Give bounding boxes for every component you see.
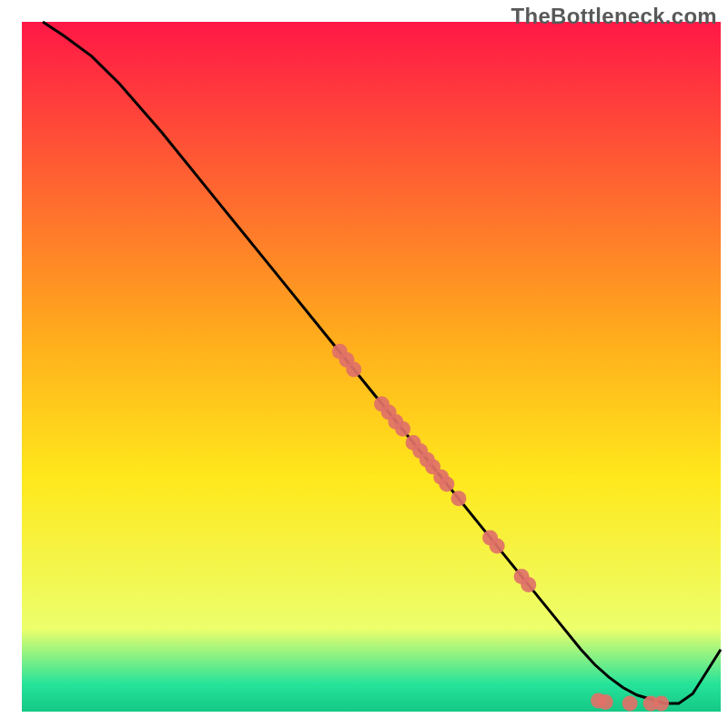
data-point	[521, 577, 536, 592]
data-point	[395, 421, 410, 437]
data-point	[451, 490, 467, 506]
data-point	[622, 695, 638, 711]
bottleneck-chart	[0, 0, 728, 728]
data-point	[598, 694, 613, 710]
watermark-text: TheBottleneck.com	[511, 4, 717, 29]
data-point	[439, 476, 454, 491]
chart-container: TheBottleneck.com	[0, 0, 728, 728]
plot-area	[22, 22, 721, 712]
data-point	[346, 362, 361, 378]
gradient-background	[22, 22, 721, 712]
data-point	[653, 695, 669, 711]
data-point	[490, 539, 505, 554]
